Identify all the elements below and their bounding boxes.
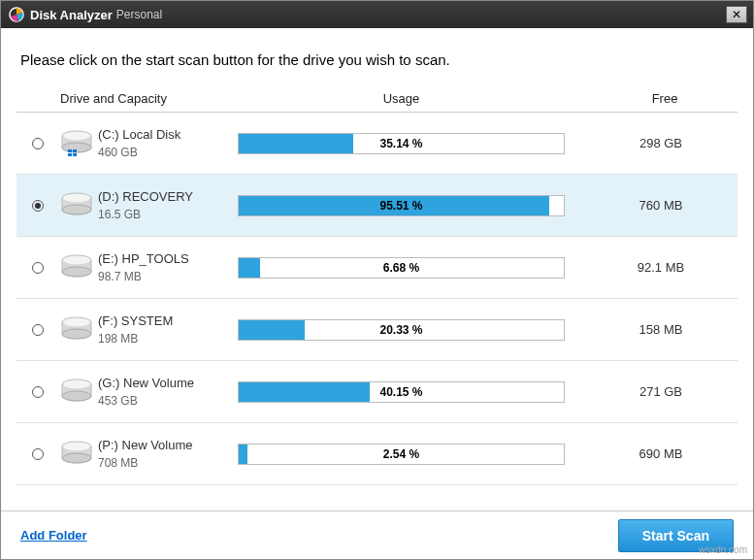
usage-label: 20.33 % [239, 320, 564, 340]
app-subtitle: Personal [116, 8, 162, 21]
usage-label: 2.54 % [239, 445, 564, 464]
drive-row[interactable]: (F:) SYSTEM 198 MB 20.33 % 158 MB [16, 299, 738, 361]
drive-row[interactable]: (C:) Local Disk 460 GB 35.14 % 298 GB [16, 113, 738, 175]
svg-point-12 [63, 255, 90, 263]
drive-icon [59, 126, 94, 161]
titlebar: Disk Analyzer Personal ✕ [1, 1, 753, 28]
drive-radio[interactable] [32, 262, 44, 274]
app-title: Disk Analyzer [30, 8, 113, 22]
svg-rect-6 [68, 153, 72, 156]
drive-capacity: 16.5 GB [98, 208, 214, 221]
svg-point-21 [63, 442, 90, 449]
drive-row[interactable]: (G:) New Volume 453 GB 40.15 % 271 GB [16, 361, 738, 423]
svg-point-10 [62, 205, 91, 214]
drive-free: 92.1 MB [588, 260, 734, 275]
drive-icon [59, 188, 94, 223]
svg-point-19 [62, 391, 91, 401]
drive-row[interactable]: (P:) New Volume 708 MB 2.54 % 690 MB [16, 423, 738, 485]
drive-row[interactable]: (E:) HP_TOOLS 98.7 MB 6.68 % 92.1 MB [16, 237, 738, 299]
usage-bar: 20.33 % [238, 319, 565, 341]
usage-bar: 95.51 % [238, 195, 565, 216]
drive-capacity: 453 GB [98, 394, 214, 408]
svg-rect-5 [73, 149, 77, 152]
svg-point-15 [63, 317, 90, 325]
drive-capacity: 198 MB [98, 332, 214, 346]
usage-bar: 2.54 % [238, 444, 565, 465]
drive-name: (P:) New Volume [98, 438, 214, 452]
column-headers: Drive and Capacity Usage Free [16, 85, 738, 113]
svg-point-16 [62, 329, 91, 339]
instruction-text: Please click on the start scan button fo… [20, 51, 738, 68]
drive-free: 158 MB [588, 322, 734, 337]
add-folder-link[interactable]: Add Folder [20, 528, 87, 543]
close-icon: ✕ [732, 8, 741, 21]
drive-free: 298 GB [588, 136, 734, 150]
footer: Add Folder Start Scan [1, 511, 753, 559]
usage-label: 40.15 % [239, 382, 564, 402]
drive-list: (C:) Local Disk 460 GB 35.14 % 298 GB (D… [16, 113, 738, 485]
usage-label: 95.51 % [239, 196, 564, 215]
drive-name: (E:) HP_TOOLS [98, 251, 214, 266]
usage-label: 35.14 % [239, 134, 564, 153]
svg-point-2 [63, 131, 90, 139]
svg-point-18 [63, 379, 90, 387]
drive-icon [59, 437, 94, 472]
drive-row[interactable]: (D:) RECOVERY 16.5 GB 95.51 % 760 MB [16, 175, 738, 237]
drive-radio[interactable] [32, 200, 44, 212]
drive-radio[interactable] [32, 324, 44, 336]
svg-rect-4 [68, 149, 72, 152]
svg-point-9 [63, 193, 90, 201]
svg-point-13 [62, 267, 91, 277]
drive-capacity: 708 MB [98, 456, 214, 470]
drive-icon [59, 313, 94, 347]
app-logo-icon [9, 7, 24, 22]
drive-name: (D:) RECOVERY [98, 189, 214, 204]
header-free: Free [592, 91, 738, 106]
svg-point-22 [62, 453, 91, 463]
drive-capacity: 98.7 MB [98, 270, 214, 283]
watermark: wsxdn.com [699, 544, 747, 555]
drive-radio[interactable] [32, 138, 44, 149]
drive-radio[interactable] [32, 448, 44, 460]
drive-capacity: 460 GB [98, 146, 214, 159]
header-drive: Drive and Capacity [16, 91, 211, 106]
close-button[interactable]: ✕ [726, 6, 747, 23]
drive-free: 760 MB [588, 198, 734, 213]
drive-name: (F:) SYSTEM [98, 313, 214, 328]
svg-rect-7 [73, 153, 77, 156]
usage-bar: 40.15 % [238, 381, 565, 403]
drive-free: 271 GB [588, 384, 734, 399]
usage-bar: 6.68 % [238, 257, 565, 279]
drive-icon [59, 375, 94, 410]
usage-label: 6.68 % [239, 258, 564, 278]
drive-name: (C:) Local Disk [98, 127, 214, 142]
drive-name: (G:) New Volume [98, 376, 214, 390]
header-usage: Usage [211, 91, 592, 106]
drive-free: 690 MB [588, 446, 734, 461]
usage-bar: 35.14 % [238, 133, 565, 154]
drive-radio[interactable] [32, 386, 44, 398]
drive-icon [59, 250, 94, 285]
